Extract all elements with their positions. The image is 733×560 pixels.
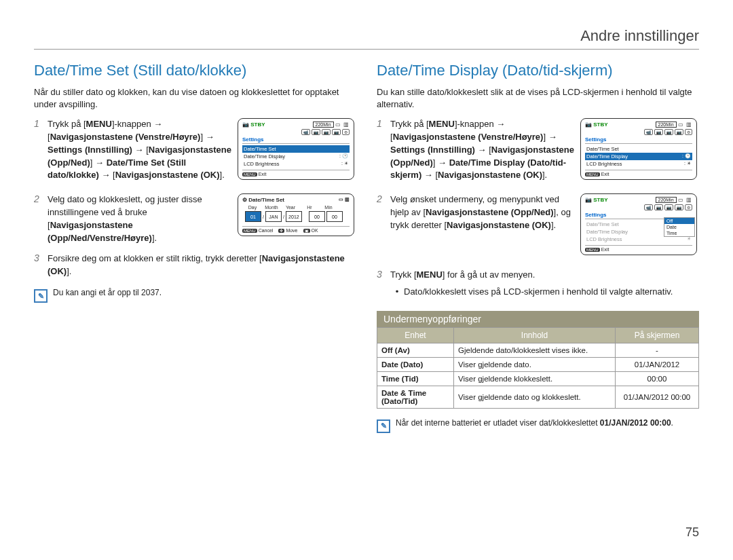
step-body: Velg ønsket undermeny, og menypunkt ved … xyxy=(390,193,580,261)
right-step-2: 2 Velg ønsket undermeny, og menypunkt ve… xyxy=(377,193,699,261)
left-intro: Når du stiller dato og klokken, kan du v… xyxy=(34,86,356,110)
icon-row: 📹📷📷📷⚙ xyxy=(585,204,692,210)
left-step-2: 2 Velg dato og klokkeslett, og juster di… xyxy=(34,193,356,244)
popup-item: Date xyxy=(664,224,694,230)
left-step-1: 1 Trykk på [MENU]-knappen → [Navigasjons… xyxy=(34,118,356,185)
camera-screen-settings: 📷 STBY220Min ▭ ▥ 📹📷📷📷⚙ Settings Date/Tim… xyxy=(580,118,697,180)
note-text: Når det interne batteriet er utladet vis… xyxy=(396,418,673,428)
camera-screen-datetime-set: ⚙ Date/Time Set▭ ▥ Day Month Year Hr Min… xyxy=(238,193,354,236)
menu-item: Date/Time Set xyxy=(585,145,692,153)
step-number: 1 xyxy=(377,118,390,185)
settings-label: Settings xyxy=(585,136,692,144)
step-number: 2 xyxy=(34,193,48,244)
popup-item: Time xyxy=(664,230,694,236)
menu-item: Date/Time Display: 🕒 xyxy=(242,153,350,160)
step-bullet: Dato/klokkeslett vises på LCD-skjermen i… xyxy=(404,286,673,299)
note-text: Du kan angi et år opp til 2037. xyxy=(53,288,162,297)
menu-item: LCD Brightness: ☀ xyxy=(585,160,692,168)
table-header: Enhet xyxy=(377,327,454,343)
step-body: Trykk [MENU] for å gå ut av menyen. •Dat… xyxy=(390,269,699,299)
step-number: 2 xyxy=(377,193,390,261)
step-number: 3 xyxy=(34,253,48,278)
camera-screen-settings: 📷 STBY220Min ▭ ▥ 📹📷📷📷⚙ Settings Date/Tim… xyxy=(238,118,354,180)
right-column: Date/Time Display (Dato/tid-skjerm) Du k… xyxy=(377,62,699,433)
camera-screen-popup: 📷 STBY220Min ▭ ▥ 📹📷📷📷⚙ Settings Date/Tim… xyxy=(580,193,697,255)
right-step-3: 3 Trykk [MENU] for å gå ut av menyen. •D… xyxy=(377,269,699,299)
step-body: Forsikre deg om at klokken er stilt rikt… xyxy=(48,253,356,278)
right-step-1: 1 Trykk på [MENU]-knappen → [Navigasjons… xyxy=(377,118,699,185)
note-icon: ✎ xyxy=(377,419,390,433)
menu-item-selected: Date/Time Display: 🕒 xyxy=(585,153,692,160)
page-header: Andre innstillinger xyxy=(34,27,699,50)
page-number: 75 xyxy=(685,525,699,540)
table-header: På skjermen xyxy=(616,327,699,343)
right-screen-1: 📷 STBY220Min ▭ ▥ 📹📷📷📷⚙ Settings Date/Tim… xyxy=(580,118,699,185)
right-heading: Date/Time Display (Dato/tid-skjerm) xyxy=(377,62,699,79)
table-header: Innhold xyxy=(454,327,616,343)
right-intro: Du kan stille dato/klokkeslett slik at d… xyxy=(377,86,699,110)
icon-row: 📹📷📷📷⚙ xyxy=(585,129,692,135)
manual-page: Andre innstillinger Date/Time Set (Still… xyxy=(0,0,733,560)
submenu-heading: Undermenyoppføringer xyxy=(377,311,699,327)
menu-item-selected: Date/Time Set xyxy=(242,145,350,153)
left-heading: Date/Time Set (Still dato/klokke) xyxy=(34,62,356,79)
table-row: Time (Tid)Viser gjeldende klokkeslett.00… xyxy=(377,371,699,386)
right-note: ✎ Når det interne batteriet er utladet v… xyxy=(377,418,699,433)
content-columns: Date/Time Set (Still dato/klokke) Når du… xyxy=(34,62,699,433)
note-icon: ✎ xyxy=(34,289,48,303)
table-row: Date & Time (Dato/Tid)Viser gjeldende da… xyxy=(377,386,699,408)
submenu-table: Enhet Innhold På skjermen Off (Av)Gjelde… xyxy=(377,327,699,409)
right-screen-2: 📷 STBY220Min ▭ ▥ 📹📷📷📷⚙ Settings Date/Tim… xyxy=(580,193,699,261)
settings-label: Settings xyxy=(242,136,350,144)
step-body: Velg dato og klokkeslett, og juster diss… xyxy=(48,193,238,244)
step-number: 1 xyxy=(34,118,48,185)
step-number: 3 xyxy=(377,269,390,299)
icon-row: 📹📷📷📷⚙ xyxy=(242,129,350,135)
left-note: ✎ Du kan angi et år opp til 2037. xyxy=(34,288,356,303)
menu-item: LCD Brightness: ☀ xyxy=(242,160,350,168)
left-column: Date/Time Set (Still dato/klokke) Når du… xyxy=(34,62,356,433)
table-row: Off (Av)Gjeldende dato/klokkeslett vises… xyxy=(377,343,699,357)
step-body: Trykk på [MENU]-knappen → [Navigasjonsta… xyxy=(48,118,238,185)
table-row: Date (Dato)Viser gjeldende dato.01/JAN/2… xyxy=(377,357,699,371)
step-body: Trykk på [MENU]-knappen → [Navigasjonsta… xyxy=(390,118,580,185)
popup-menu: Off Date Time xyxy=(664,217,695,237)
popup-item-selected: Off xyxy=(664,218,694,224)
left-screen-1: 📷 STBY220Min ▭ ▥ 📹📷📷📷⚙ Settings Date/Tim… xyxy=(238,118,356,185)
left-screen-2: ⚙ Date/Time Set▭ ▥ Day Month Year Hr Min… xyxy=(238,193,356,244)
left-step-3: 3 Forsikre deg om at klokken er stilt ri… xyxy=(34,253,356,278)
